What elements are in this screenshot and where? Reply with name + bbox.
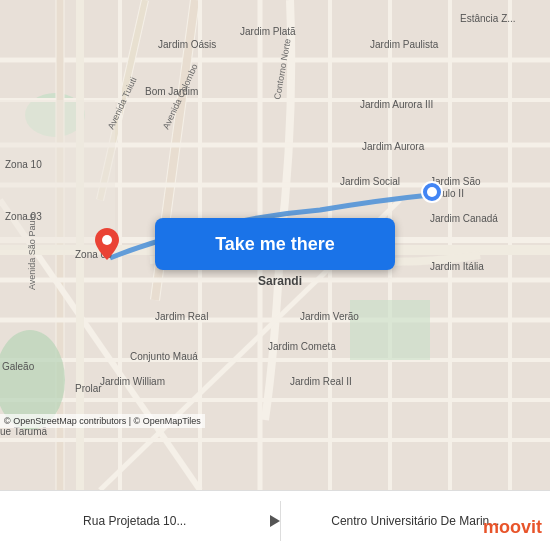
svg-point-64 bbox=[102, 235, 112, 245]
svg-text:Zona 10: Zona 10 bbox=[5, 159, 42, 170]
destination-label: Centro Universitário De Marin... bbox=[331, 514, 499, 528]
app-container: Jardim Oásis Jardim Platã Jardim Paulist… bbox=[0, 0, 550, 550]
origin-item[interactable]: Rua Projetada 10... bbox=[0, 514, 270, 528]
svg-text:Jardim William: Jardim William bbox=[100, 376, 165, 387]
svg-text:Jardim Platã: Jardim Platã bbox=[240, 26, 296, 37]
origin-label: Rua Projetada 10... bbox=[83, 514, 186, 528]
svg-text:Jardim Canadá: Jardim Canadá bbox=[430, 213, 498, 224]
svg-text:Jardim Social: Jardim Social bbox=[340, 176, 400, 187]
svg-text:Jardim Paulista: Jardim Paulista bbox=[370, 39, 439, 50]
map-container[interactable]: Jardim Oásis Jardim Platã Jardim Paulist… bbox=[0, 0, 550, 490]
svg-text:Jardim Itália: Jardim Itália bbox=[430, 261, 484, 272]
svg-text:Jardim Oásis: Jardim Oásis bbox=[158, 39, 216, 50]
svg-text:Avenida São Paulo: Avenida São Paulo bbox=[27, 214, 37, 290]
svg-text:Sarandi: Sarandi bbox=[258, 274, 302, 288]
svg-rect-31 bbox=[350, 300, 430, 360]
bottom-bar: Rua Projetada 10... Centro Universitário… bbox=[0, 490, 550, 550]
origin-pin bbox=[95, 228, 119, 264]
svg-point-63 bbox=[427, 187, 437, 197]
osm-attribution: © OpenStreetMap contributors | © OpenMap… bbox=[0, 414, 205, 428]
svg-text:Jardim Real II: Jardim Real II bbox=[290, 376, 352, 387]
svg-text:Bom Jardim: Bom Jardim bbox=[145, 86, 198, 97]
svg-text:Jardim Verão: Jardim Verão bbox=[300, 311, 359, 322]
svg-text:Conjunto Mauá: Conjunto Mauá bbox=[130, 351, 198, 362]
svg-text:Estância Z...: Estância Z... bbox=[460, 13, 516, 24]
take-me-there-button[interactable]: Take me there bbox=[155, 218, 395, 270]
moovit-text: moovit bbox=[483, 517, 542, 537]
svg-text:Jardim Cometa: Jardim Cometa bbox=[268, 341, 336, 352]
svg-text:Jardim Aurora III: Jardim Aurora III bbox=[360, 99, 433, 110]
arrow-right-icon bbox=[270, 515, 280, 527]
svg-text:Jardim Aurora: Jardim Aurora bbox=[362, 141, 425, 152]
svg-text:Galeão: Galeão bbox=[2, 361, 35, 372]
svg-text:Prolar: Prolar bbox=[75, 383, 102, 394]
moovit-logo: moovit bbox=[483, 517, 542, 538]
svg-text:Jardim Real: Jardim Real bbox=[155, 311, 208, 322]
svg-rect-30 bbox=[0, 100, 115, 150]
